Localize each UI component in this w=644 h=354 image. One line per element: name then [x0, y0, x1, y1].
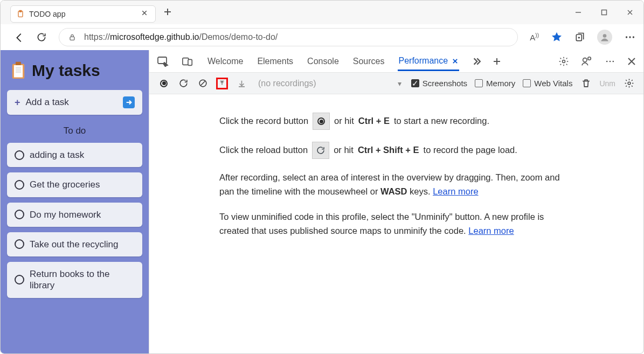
hint-text: Click the reload button	[219, 143, 308, 157]
refresh-button[interactable]	[36, 32, 47, 43]
settings-icon[interactable]	[558, 56, 569, 67]
inline-reload-icon	[312, 142, 329, 159]
address-bar[interactable]: https://microsoftedge.github.io/Demos/de…	[59, 28, 518, 46]
section-heading: To do	[7, 120, 142, 143]
browser-tab[interactable]: TODO app	[10, 5, 156, 23]
svg-rect-10	[14, 65, 23, 78]
performance-empty-state: Click the record button or hit Ctrl + E …	[187, 94, 607, 353]
lock-icon	[68, 33, 77, 41]
memory-label: Memory	[486, 79, 515, 88]
hint-text: to start a new recording.	[394, 114, 489, 128]
task-text: Get the groceries	[30, 179, 100, 190]
read-aloud-icon[interactable]: A))	[530, 32, 539, 42]
url-host: microsoftedge.github.io	[110, 32, 199, 42]
hint-text: to record the page load.	[424, 143, 517, 157]
svg-point-18	[563, 60, 565, 63]
task-text: adding a task	[30, 149, 84, 161]
app-logo-icon	[10, 61, 26, 80]
task-item[interactable]: Take out the recycling	[7, 232, 142, 256]
add-tab-icon[interactable]	[493, 57, 501, 66]
add-task-label: Add a task	[26, 97, 69, 108]
task-text: Do my homework	[30, 209, 101, 220]
svg-point-20	[588, 57, 591, 60]
clipboard-icon	[16, 10, 25, 18]
new-tab-button[interactable]	[163, 8, 173, 17]
shortcut-text: Ctrl + Shift + E	[358, 143, 419, 157]
close-icon[interactable]	[452, 58, 458, 64]
checkbox-icon[interactable]	[15, 275, 24, 284]
inspect-element-icon[interactable]	[157, 56, 170, 67]
tab-performance-label: Performance	[399, 56, 448, 66]
task-item[interactable]: Do my homework	[7, 203, 142, 227]
checkbox-icon[interactable]	[15, 210, 24, 219]
tab-sources[interactable]: Sources	[352, 52, 386, 71]
svg-point-19	[583, 58, 587, 61]
web-vitals-label: Web Vitals	[534, 79, 572, 88]
record-button[interactable]	[158, 78, 170, 89]
close-tab-icon[interactable]	[141, 10, 150, 18]
svg-rect-2	[602, 10, 607, 15]
performance-toolbar: (no recordings) ▾ ✓Screenshots Memory We…	[149, 73, 643, 94]
dropdown-caret-icon[interactable]: ▾	[398, 79, 401, 88]
task-item[interactable]: adding a task	[7, 143, 142, 167]
save-profile-button[interactable]	[236, 78, 247, 89]
minimize-button[interactable]	[574, 9, 582, 16]
url-scheme: https://	[84, 32, 110, 42]
svg-point-8	[633, 36, 634, 38]
shortcut-text: Ctrl + E	[358, 114, 390, 128]
maximize-button[interactable]	[600, 9, 608, 16]
hint-text: keys.	[407, 186, 433, 196]
close-devtools-icon[interactable]	[627, 57, 636, 66]
shortcut-text: WASD	[380, 186, 407, 196]
close-window-button[interactable]	[626, 9, 634, 16]
more-menu-icon[interactable]	[624, 31, 636, 43]
memory-checkbox[interactable]: Memory	[475, 79, 515, 88]
profile-avatar[interactable]	[597, 30, 612, 45]
clear-button[interactable]	[197, 78, 209, 89]
hint-text: or hit	[334, 114, 354, 128]
collections-icon[interactable]	[574, 32, 585, 43]
tab-welcome[interactable]: Welcome	[206, 52, 244, 71]
reload-record-button[interactable]	[177, 78, 189, 89]
svg-rect-11	[16, 62, 21, 65]
svg-rect-3	[70, 37, 74, 40]
device-toolbar-icon[interactable]	[182, 56, 195, 67]
web-vitals-checkbox[interactable]: Web Vitals	[523, 79, 572, 88]
favorite-icon[interactable]	[551, 31, 563, 43]
screenshots-label: Screenshots	[423, 79, 467, 88]
tab-title: TODO app	[29, 10, 141, 18]
svg-point-23	[613, 60, 614, 62]
checkbox-icon[interactable]	[15, 150, 24, 160]
back-button[interactable]	[13, 32, 24, 43]
perf-settings-icon[interactable]	[623, 78, 635, 89]
delete-icon[interactable]	[580, 78, 592, 89]
window-titlebar: TODO app	[1, 1, 643, 24]
devtools-pane: Welcome Elements Console Sources Perform…	[149, 50, 643, 353]
hint-text: Click the record button	[219, 114, 308, 128]
tab-performance[interactable]: Performance	[398, 51, 460, 71]
tab-elements[interactable]: Elements	[256, 52, 294, 71]
hint-text: or hit	[334, 143, 354, 157]
more-tabs-icon[interactable]	[471, 57, 481, 66]
load-profile-button[interactable]	[216, 78, 228, 89]
task-item[interactable]: Get the groceries	[7, 172, 142, 197]
task-text: Take out the recycling	[30, 239, 118, 250]
task-text: Return books to the library	[30, 268, 135, 291]
submit-icon[interactable]	[123, 96, 135, 108]
kebab-menu-icon[interactable]	[605, 56, 615, 67]
add-task-row[interactable]: + Add a task	[7, 90, 142, 115]
learn-more-link[interactable]: Learn more	[468, 226, 514, 235]
checkbox-icon[interactable]	[15, 180, 24, 190]
checkbox-icon[interactable]	[15, 239, 24, 249]
svg-point-25	[628, 82, 631, 85]
unminify-truncated: Unm	[599, 79, 615, 88]
screenshots-checkbox[interactable]: ✓Screenshots	[411, 79, 467, 88]
feedback-icon[interactable]	[581, 55, 593, 67]
svg-point-5	[603, 34, 607, 38]
svg-point-22	[610, 60, 611, 62]
tab-console[interactable]: Console	[306, 52, 340, 71]
learn-more-link[interactable]: Learn more	[433, 186, 478, 196]
inline-record-icon	[313, 113, 330, 130]
plus-icon: +	[15, 97, 20, 108]
task-item[interactable]: Return books to the library	[7, 262, 142, 298]
